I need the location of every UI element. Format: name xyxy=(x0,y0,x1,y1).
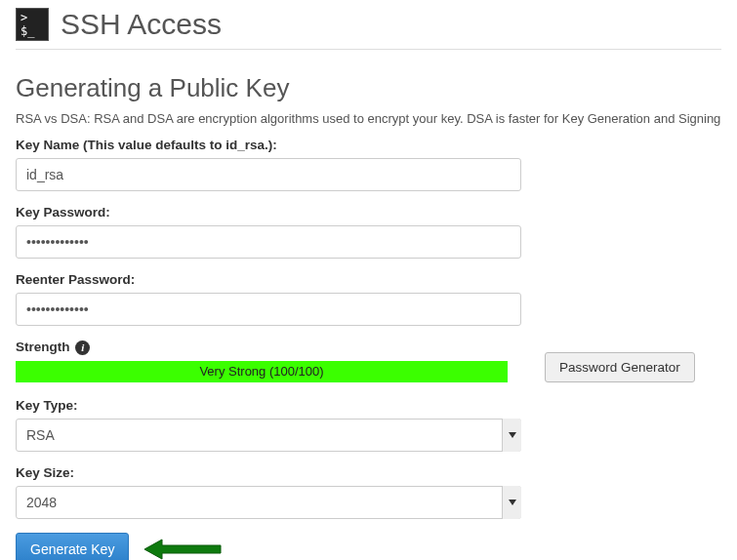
reenter-password-group: Reenter Password: xyxy=(16,272,721,326)
key-size-select-wrap xyxy=(16,486,521,519)
arrow-left-icon xyxy=(144,538,223,561)
page-header: > $_ SSH Access xyxy=(16,0,721,50)
reenter-password-label: Reenter Password: xyxy=(16,272,721,287)
strength-bar: Very Strong (100/100) xyxy=(16,361,508,382)
page-title: SSH Access xyxy=(61,8,222,41)
terminal-icon-text: > $_ xyxy=(20,11,48,38)
key-name-input[interactable] xyxy=(16,158,521,191)
strength-label: Strength i xyxy=(16,340,521,355)
info-icon[interactable]: i xyxy=(75,340,90,355)
key-password-group: Key Password: xyxy=(16,205,721,259)
generate-row: Generate Key xyxy=(16,533,721,561)
help-text: RSA vs DSA: RSA and DSA are encryption a… xyxy=(16,111,721,126)
key-type-select-wrap xyxy=(16,419,521,452)
terminal-icon: > $_ xyxy=(16,8,49,41)
strength-block: Strength i Very Strong (100/100) xyxy=(16,340,521,382)
key-type-group: Key Type: xyxy=(16,398,721,452)
reenter-password-input[interactable] xyxy=(16,293,521,326)
key-password-input[interactable] xyxy=(16,225,521,259)
sub-heading: Generating a Public Key xyxy=(16,73,721,103)
strength-text: Very Strong (100/100) xyxy=(199,364,323,379)
strength-row: Strength i Very Strong (100/100) Passwor… xyxy=(16,340,721,382)
key-type-select[interactable] xyxy=(16,419,521,452)
key-password-label: Key Password: xyxy=(16,205,721,220)
key-name-group: Key Name (This value defaults to id_rsa.… xyxy=(16,138,721,191)
key-size-label: Key Size: xyxy=(16,465,721,480)
key-size-select[interactable] xyxy=(16,486,521,519)
strength-label-text: Strength xyxy=(16,340,70,354)
key-type-label: Key Type: xyxy=(16,398,721,413)
key-size-group: Key Size: xyxy=(16,465,721,519)
password-generator-button[interactable]: Password Generator xyxy=(545,352,695,382)
key-name-label: Key Name (This value defaults to id_rsa.… xyxy=(16,138,721,152)
generate-key-button[interactable]: Generate Key xyxy=(16,533,129,561)
